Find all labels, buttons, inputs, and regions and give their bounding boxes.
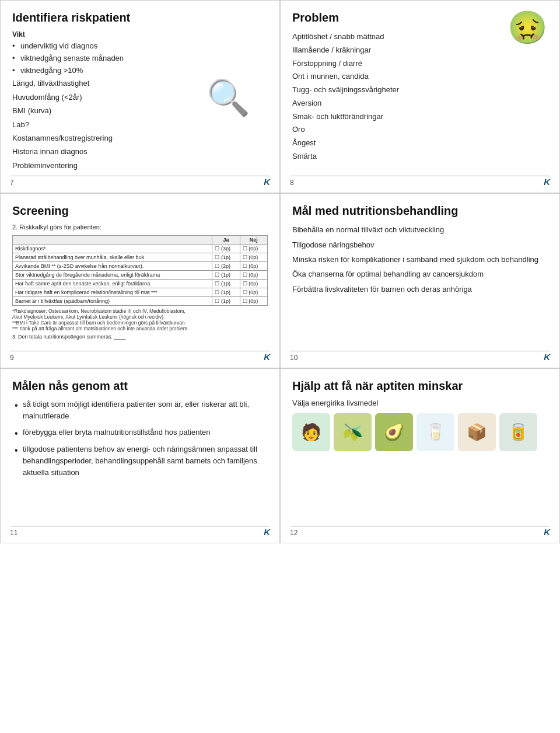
slide11-list: så tidigt som möjligt identifiera patien… bbox=[12, 399, 268, 479]
slide-number: 7 bbox=[10, 179, 14, 187]
slide-10-title: Mål med nutritionsbehandling bbox=[292, 204, 548, 218]
slide-7: Identifiera riskpatient 🔍 Vikt undervikt… bbox=[0, 0, 280, 193]
table-row: Har tidigare haft en komplicerad relatio… bbox=[13, 288, 268, 297]
sum-line: 3. Den totala nutritionspoängen summeras… bbox=[12, 334, 268, 340]
slide-7-title: Identifiera riskpatient bbox=[12, 11, 268, 25]
slide12-subtitle: Välja energirika livsmedel bbox=[292, 399, 548, 407]
cell: ☐ (3p) bbox=[212, 245, 240, 253]
list-item: Öka chanserna för optimal behandling av … bbox=[292, 268, 548, 280]
cell: ☐ (1p) bbox=[212, 297, 240, 306]
list-item: Smärta bbox=[292, 150, 548, 163]
list-item: Probleminventering bbox=[12, 159, 268, 172]
col-header-ja: Ja bbox=[212, 236, 240, 245]
table-row: Riskdiagnos* ☐ (3p) ☐ (0p) bbox=[13, 245, 268, 253]
cell: Barnet är i tillväxtfas (spädbarn/tonåri… bbox=[13, 297, 212, 306]
slide-9: Screening 2. Riskkalkyl görs för patient… bbox=[0, 193, 280, 368]
slide-k-badge: K bbox=[544, 527, 550, 537]
list-item: Bibehålla en normal tillväxt och viktutv… bbox=[292, 224, 548, 236]
divider bbox=[10, 176, 270, 176]
olives-icon: 🫒 bbox=[334, 413, 372, 451]
slide-number: 10 bbox=[290, 354, 298, 362]
slide-8: Problem 🤢 Aptitlöshet / snabb mättnad Il… bbox=[280, 0, 560, 193]
slide10-goal-list: Bibehålla en normal tillväxt och viktutv… bbox=[292, 224, 548, 295]
divider bbox=[10, 526, 270, 526]
list-item: Ont i munnen, candida bbox=[292, 70, 548, 83]
cell: ☐ (1p) bbox=[212, 288, 240, 297]
package-icon: 📦 bbox=[458, 413, 496, 451]
list-item: viktnedgång >10% bbox=[12, 65, 268, 77]
slide-k-badge: K bbox=[544, 352, 550, 362]
table-row: Planerad strålbehandling över munhåla, s… bbox=[13, 253, 268, 262]
cell: Riskdiagnos* bbox=[13, 245, 212, 253]
cell: ☐ (1p) bbox=[212, 253, 240, 262]
slide-12: Hjälp att få när aptiten minskar Välja e… bbox=[280, 368, 560, 543]
list-item: viktnedgång senaste månaden bbox=[12, 53, 268, 65]
divider bbox=[10, 351, 270, 351]
slide-number: 8 bbox=[290, 179, 294, 187]
slide-number: 11 bbox=[10, 529, 18, 537]
cell: Stor viktnedgång de föregående månaderna… bbox=[13, 271, 212, 280]
cell: ☐ (0p) bbox=[240, 297, 267, 306]
cell: ☐ (0p) bbox=[240, 280, 267, 288]
slide-k-badge: K bbox=[264, 527, 270, 537]
list-item: Ångest bbox=[292, 137, 548, 150]
cell: Planerad strålbehandling över munhåla, s… bbox=[13, 253, 212, 262]
list-item: Kostanamnes/kostregistrering bbox=[12, 131, 268, 145]
cell: ☐ (0p) bbox=[240, 271, 267, 280]
divider bbox=[290, 351, 550, 351]
list-item: Lab? bbox=[12, 118, 268, 131]
screening-note: *Riskdiagnoser: Osteosarkom, Neuroblasto… bbox=[12, 308, 268, 331]
list-item: Historia innan diagnos bbox=[12, 145, 268, 158]
cell: ☐ (1p) bbox=[212, 271, 240, 280]
milk-icon: 🥛 bbox=[416, 413, 454, 451]
divider bbox=[290, 526, 550, 526]
cell: Avvikande BMI ** (≥-2SD avvikelse från n… bbox=[13, 262, 212, 271]
col-header-question bbox=[13, 236, 212, 245]
slide-k-badge: K bbox=[264, 352, 270, 362]
cell: ☐ (2p) bbox=[212, 262, 240, 271]
table-row: Har haft sämre aptit den senaste veckan,… bbox=[13, 280, 268, 288]
slide-11-title: Målen nås genom att bbox=[12, 379, 268, 393]
table-row: Barnet är i tillväxtfas (spädbarn/tonåri… bbox=[13, 297, 268, 306]
cell: Har haft sämre aptit den senaste veckan,… bbox=[13, 280, 212, 288]
slide-12-title: Hjälp att få när aptiten minskar bbox=[292, 379, 548, 393]
screening-table: Ja Nej Riskdiagnos* ☐ (3p) ☐ (0p) Planer… bbox=[12, 235, 268, 306]
slide7-vikt-label: Vikt bbox=[12, 30, 268, 39]
slide9-subtitle: 2. Riskkalkyl görs för patienten: bbox=[12, 224, 268, 231]
magnifier-icon: 🔍 bbox=[206, 77, 250, 118]
table-row: Stor viktnedgång de föregående månaderna… bbox=[13, 271, 268, 280]
list-item: tillgodose patientens behov av energi- o… bbox=[12, 444, 268, 479]
slide-9-title: Screening bbox=[12, 204, 268, 218]
list-item: förebygga eller bryta malnutritionstills… bbox=[12, 427, 268, 438]
list-item: Förbättra livskvaliteten för barnen och … bbox=[292, 283, 548, 295]
list-item: Aversion bbox=[292, 97, 548, 110]
person-food-icon: 🧑 bbox=[292, 413, 330, 451]
list-item: Förstoppning / diarré bbox=[292, 57, 548, 71]
col-header-nej: Nej bbox=[240, 236, 267, 245]
list-item: underviktig vid diagnos bbox=[12, 40, 268, 53]
list-item: Tillgodose näringsbehov bbox=[292, 239, 548, 251]
cell: Har tidigare haft en komplicerad relatio… bbox=[13, 288, 212, 297]
cell: ☐ (0p) bbox=[240, 253, 267, 262]
slide7-vikt-list: underviktig vid diagnos viktnedgång sena… bbox=[12, 40, 268, 76]
list-item: Minska risken för komplikationer i samba… bbox=[292, 253, 548, 266]
list-item: Oro bbox=[292, 123, 548, 137]
cell: ☐ (0p) bbox=[240, 288, 267, 297]
nausea-icon: 🤢 bbox=[508, 9, 548, 47]
list-item: så tidigt som möjligt identifiera patien… bbox=[12, 399, 268, 422]
avocado-icon: 🥑 bbox=[375, 413, 413, 451]
list-item: Smak- och luktförändringar bbox=[292, 110, 548, 124]
cell: ☐ (0p) bbox=[240, 262, 267, 271]
divider bbox=[290, 176, 550, 176]
list-item: Tugg- och sväljningssvårigheter bbox=[292, 83, 548, 97]
slide-11: Målen nås genom att så tidigt som möjlig… bbox=[0, 368, 280, 543]
slide-number: 9 bbox=[10, 354, 14, 362]
slide-k-badge: K bbox=[264, 177, 270, 187]
food-grid: 🧑 🫒 🥑 🥛 📦 🥫 bbox=[292, 413, 548, 451]
slide-number: 12 bbox=[290, 529, 298, 537]
slide8-problem-list: Aptitlöshet / snabb mättnad Illamående /… bbox=[292, 30, 548, 163]
cell: ☐ (0p) bbox=[240, 245, 267, 253]
slide-10: Mål med nutritionsbehandling Bibehålla e… bbox=[280, 193, 560, 368]
table-row: Avvikande BMI ** (≥-2SD avvikelse från n… bbox=[13, 262, 268, 271]
cell: ☐ (1p) bbox=[212, 280, 240, 288]
